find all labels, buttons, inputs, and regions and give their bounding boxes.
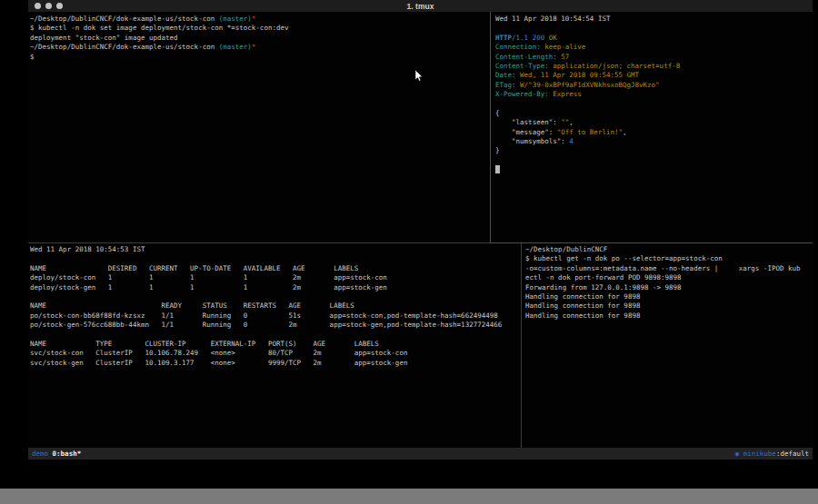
status-left: demo 0:bash*: [32, 448, 81, 460]
terminal-line: Connection: keep-alive: [495, 43, 811, 52]
terminal-line: Wed 11 Apr 2018 10:54:53 IST: [30, 245, 520, 254]
terminal-line: $ kubectl get -n dok po --selector=app=s…: [525, 254, 811, 263]
status-right: ◉ minikube:default: [735, 448, 809, 460]
traffic-lights: [35, 3, 63, 9]
terminal-line: Wed 11 Apr 2018 10:54:54 IST: [495, 15, 811, 24]
desktop: 1. tmux ~/Desktop/DublinCNCF/dok-example…: [0, 0, 818, 504]
terminal-line: Content-Length: 57: [495, 53, 811, 62]
terminal-pane-bottom-right[interactable]: ~/Desktop/DublinCNCF$ kubectl get -n dok…: [525, 245, 811, 321]
mouse-pointer: [414, 70, 423, 82]
terminal-pane-top-left[interactable]: ~/Desktop/DublinCNCF/dok-example-us/stoc…: [30, 15, 489, 62]
terminal-line: ~/Desktop/DublinCNCF/dok-example-us/stoc…: [30, 43, 489, 52]
desktop-bottom-band: [0, 489, 818, 504]
window-titlebar: 1. tmux: [28, 0, 813, 12]
window-title: 1. tmux: [407, 2, 434, 11]
terminal-line: $ kubectl -n dok set image deployment/st…: [30, 24, 489, 33]
terminal-line: NAME DESIRED CURRENT UP-TO-DATE AVAILABL…: [30, 264, 520, 273]
terminal-line: Handling connection for 9898: [525, 311, 811, 321]
terminal-line: }: [495, 146, 811, 155]
terminal-line: ETag: W/"39-0xBPf9aF1dXVNkhsxoBQgJ8vKzo": [495, 81, 811, 90]
terminal-line: Handling connection for 9898: [525, 292, 811, 301]
terminal-line: -o=custom-columns=:metadata.name --no-he…: [525, 264, 811, 273]
terminal-line: NAME TYPE CLUSTER-IP EXTERNAL-IP PORT(S)…: [30, 340, 520, 349]
terminal-line: [495, 156, 811, 165]
terminal-pane-bottom-left[interactable]: Wed 11 Apr 2018 10:54:53 IST NAME DESIRE…: [30, 245, 520, 368]
pane-divider-vertical-top[interactable]: [490, 12, 491, 242]
zoom-button[interactable]: [56, 3, 63, 9]
terminal-line: HTTP/1.1 200 OK: [495, 34, 811, 43]
terminal-line: [30, 331, 520, 340]
pane-divider-horizontal-right-active[interactable]: [490, 242, 813, 243]
close-button[interactable]: [35, 3, 41, 9]
terminal-line: {: [495, 109, 811, 118]
terminal-line: Handling connection for 9898: [525, 301, 811, 311]
terminal-line: deployment "stock-con" image updated: [30, 34, 489, 43]
tmux-status-bar: demo 0:bash* ◉ minikube:default: [28, 448, 813, 460]
terminal-line: deploy/stock-gen 1 1 1 1 2m app=stock-ge…: [30, 283, 520, 292]
terminal-line: ectl -n dok port-forward POD 9898:9898: [525, 273, 811, 282]
terminal-line: svc/stock-con ClusterIP 10.106.78.249 <n…: [30, 349, 520, 358]
terminal-line: deploy/stock-con 1 1 1 1 2m app=stock-co…: [30, 273, 520, 282]
terminal-line: "lastseen": "",: [495, 118, 811, 127]
kube-context: minikube: [739, 450, 776, 458]
terminal-line: [30, 292, 520, 301]
kube-namespace: :default: [776, 450, 809, 458]
terminal-line: X-Powered-By: Express: [495, 90, 811, 99]
terminal-line: $: [30, 53, 489, 62]
minimize-button[interactable]: [45, 3, 52, 9]
terminal-line: [495, 165, 811, 174]
terminal-line: svc/stock-gen ClusterIP 10.109.3.177 <no…: [30, 359, 520, 368]
session-name: demo: [32, 450, 48, 458]
pane-divider-vertical-bottom[interactable]: [521, 243, 522, 448]
terminal-line: NAME READY STATUS RESTARTS AGE LABELS: [30, 301, 520, 311]
terminal-line: [495, 100, 811, 109]
pane-divider-horizontal-left[interactable]: [28, 242, 490, 243]
terminal-line: Date: Wed, 11 Apr 2018 09:54:55 GMT: [495, 71, 811, 80]
terminal-line: [495, 24, 811, 33]
terminal-window: 1. tmux ~/Desktop/DublinCNCF/dok-example…: [28, 0, 813, 460]
terminal-line: Content-Type: application/json; charset=…: [495, 62, 811, 71]
terminal-line: po/stock-gen-576cc688bb-44kmn 1/1 Runnin…: [30, 321, 520, 330]
terminal-line: [30, 254, 520, 263]
terminal-line: po/stock-con-bb68f88fd-kzsxz 1/1 Running…: [30, 311, 520, 321]
window-tab-bash[interactable]: 0:bash*: [48, 450, 81, 458]
terminal-line: ~/Desktop/DublinCNCF: [525, 245, 811, 254]
terminal-pane-top-right[interactable]: Wed 11 Apr 2018 10:54:54 IST HTTP/1.1 20…: [495, 15, 811, 175]
terminal-line: "message": "Off to Berlin!",: [495, 128, 811, 137]
terminal-line: Forwarding from 127.0.0.1:9898 -> 9898: [525, 283, 811, 292]
terminal-line: "numsymbols": 4: [495, 137, 811, 146]
terminal-line: ~/Desktop/DublinCNCF/dok-example-us/stoc…: [30, 15, 489, 24]
